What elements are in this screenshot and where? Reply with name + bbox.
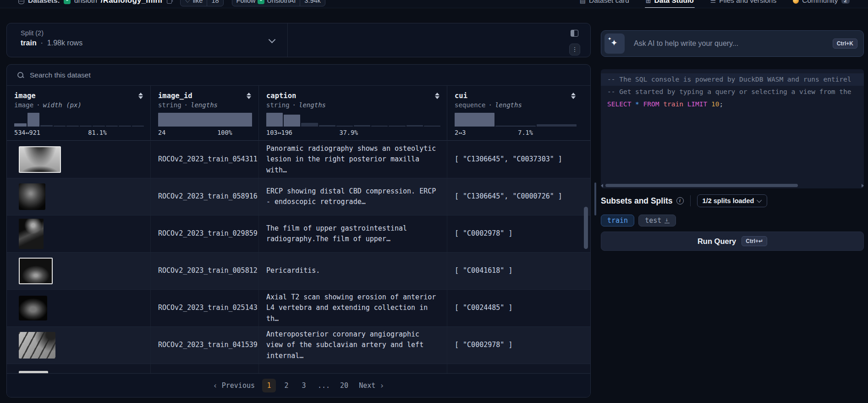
table-row[interactable]: ROCOv2_2023_train_025143 Axial T2 scan s… xyxy=(7,290,590,327)
community-icon xyxy=(793,0,799,4)
chevron-right-icon: › xyxy=(379,381,384,390)
cui-cell: [ "C0002978" ] xyxy=(455,340,512,350)
follow-label: Follow xyxy=(236,0,256,4)
hscrollbar-thumb[interactable] xyxy=(605,184,798,187)
histogram-bar xyxy=(40,125,53,127)
search-input[interactable]: Search this dataset xyxy=(7,65,590,86)
sql-token-keyword: FROM xyxy=(643,100,664,108)
tab-dataset-card[interactable]: ▤Dataset card xyxy=(580,0,629,8)
table-row-partial[interactable] xyxy=(7,364,590,374)
column-name: image_id xyxy=(158,92,192,100)
cui-cell: [ "C0041618" ] xyxy=(455,265,512,276)
splits-loaded-dropdown[interactable]: 1/2 splits loaded xyxy=(697,194,768,207)
row-image-thumbnail[interactable] xyxy=(19,146,61,173)
follow-button[interactable]: FollowUnslothAI 3.94k xyxy=(232,0,325,6)
split-count-label: Split (2) xyxy=(21,29,287,37)
column-header-image[interactable]: image image·width (px) 534↔92181.1% xyxy=(7,86,151,140)
dataset-card-icon: ▤ xyxy=(580,0,586,4)
column-type: sequence·lengths xyxy=(455,101,577,109)
table-row[interactable]: ROCOv2_2023_train_005812 Pericarditis. [… xyxy=(7,253,590,290)
search-placeholder: Search this dataset xyxy=(30,71,91,79)
column-header-cui[interactable]: cui sequence·lengths 2↔37.1% xyxy=(447,86,583,140)
histogram-stats: 2↔37.1% xyxy=(455,129,577,137)
table-scrollbar[interactable] xyxy=(584,143,588,372)
scrollbar-thumb[interactable] xyxy=(584,207,588,249)
column-histogram[interactable] xyxy=(266,113,440,127)
tab-data-studio[interactable]: ⊞Data Studio xyxy=(646,0,694,8)
dataset-name[interactable]: /Radiology_mini xyxy=(101,0,162,5)
column-header-caption[interactable]: caption string·lengths 103↔19637.9% xyxy=(259,86,447,140)
page-ellipsis: ... xyxy=(314,379,333,392)
row-image-thumbnail[interactable] xyxy=(19,219,44,249)
caption-cell: Axial T2 scan showing erosion of anterio… xyxy=(266,292,439,324)
like-button[interactable]: ♡like 18 xyxy=(180,0,223,6)
previous-page-button[interactable]: ‹Previous xyxy=(213,381,255,390)
tab-community[interactable]: Community2 xyxy=(793,0,850,8)
histogram-bar xyxy=(266,113,283,127)
row-image-thumbnail[interactable] xyxy=(19,183,45,210)
scroll-right-arrow-icon[interactable] xyxy=(862,184,864,188)
split-selector[interactable]: Split (2) train · 1.98k rows xyxy=(7,23,288,57)
caption-cell: ERCP showing distal CBD compression. ERC… xyxy=(266,186,439,208)
sort-icon[interactable] xyxy=(246,92,252,100)
histogram-bar xyxy=(336,126,353,127)
next-page-button[interactable]: Next› xyxy=(359,381,384,390)
org-link[interactable]: unsloth xyxy=(74,0,97,5)
histogram-bar xyxy=(319,125,335,127)
tab-files-and-versions[interactable]: ☰Files and versions xyxy=(710,0,776,8)
like-count[interactable]: 18 xyxy=(207,0,223,6)
ctrl-enter-shortcut-badge: Ctrl+↵ xyxy=(742,236,767,246)
page-button-3[interactable]: 3 xyxy=(297,379,311,392)
download-icon xyxy=(665,218,670,223)
chevron-left-icon: ‹ xyxy=(213,381,217,390)
sort-icon[interactable] xyxy=(570,92,577,100)
row-image-thumbnail[interactable] xyxy=(19,258,53,284)
table-row[interactable]: ROCOv2_2023_train_054311 Panoramic radio… xyxy=(7,141,590,178)
files-icon: ☰ xyxy=(710,0,716,4)
run-query-button[interactable]: Run Query Ctrl+↵ xyxy=(601,232,864,251)
caption-cell: Panoramic radiography shows an osteolyti… xyxy=(266,144,439,176)
page-button-1[interactable]: 1 xyxy=(262,379,276,392)
sparkle-ai-icon: ✦✦ xyxy=(604,33,625,54)
cui-cell: [ "C0002978" ] xyxy=(455,228,512,239)
pane-divider-handle[interactable] xyxy=(594,182,596,215)
datasets-label[interactable]: Datasets: xyxy=(28,0,60,5)
subsets-title: Subsets and Splits xyxy=(601,196,673,206)
column-histogram[interactable] xyxy=(14,113,144,127)
page-number-list: 123...20 xyxy=(262,379,352,392)
row-image-thumbnail[interactable] xyxy=(19,296,47,320)
column-histogram[interactable] xyxy=(158,113,252,127)
column-type: string·lengths xyxy=(158,101,252,109)
sql-editor[interactable]: -- The SQL console is powered by DuckDB … xyxy=(601,69,864,188)
caption-cell: Anteroposterior coronary angiographic vi… xyxy=(266,329,439,361)
table-row[interactable]: ROCOv2_2023_train_041539 Anteroposterior… xyxy=(7,327,590,364)
table-row[interactable]: ROCOv2_2023_train_029859 The film of upp… xyxy=(7,215,590,253)
split-name: train xyxy=(21,39,37,47)
test-split-button[interactable]: test xyxy=(638,215,676,226)
sql-token-keyword: LIMIT xyxy=(687,100,711,108)
sort-icon[interactable] xyxy=(137,92,144,100)
train-split-button[interactable]: train xyxy=(601,215,634,226)
info-icon[interactable]: i xyxy=(676,197,684,204)
cui-cell: [ "C1306645", "C0000726" ] xyxy=(455,191,562,202)
follower-count[interactable]: 3.94k xyxy=(300,0,324,6)
page-button-2[interactable]: 2 xyxy=(280,379,293,392)
unsloth-org-logo xyxy=(258,0,264,4)
column-histogram[interactable] xyxy=(455,113,577,127)
page-button-20[interactable]: 20 xyxy=(337,379,352,392)
ask-ai-input[interactable]: ✦✦ Ask AI to help write your query... Ct… xyxy=(601,30,864,57)
more-options-button[interactable]: ⋮ xyxy=(569,44,580,55)
histogram-bar xyxy=(93,126,105,127)
unsloth-org-logo[interactable] xyxy=(64,0,71,4)
sort-icon[interactable] xyxy=(434,92,440,100)
sql-editor-hscrollbar[interactable] xyxy=(601,183,864,188)
column-header-image-id[interactable]: image_id string·lengths 24100% xyxy=(151,86,259,140)
divider xyxy=(690,195,691,206)
datasets-icon xyxy=(18,0,24,4)
scroll-left-arrow-icon[interactable] xyxy=(601,184,603,188)
toggle-panel-icon[interactable] xyxy=(571,30,578,37)
row-image-thumbnail[interactable] xyxy=(19,332,55,359)
copy-icon[interactable] xyxy=(167,0,172,4)
subsets-and-splits-row: Subsets and Splits i 1/2 splits loaded xyxy=(601,194,864,207)
table-row[interactable]: ROCOv2_2023_train_058916 ERCP showing di… xyxy=(7,178,590,215)
